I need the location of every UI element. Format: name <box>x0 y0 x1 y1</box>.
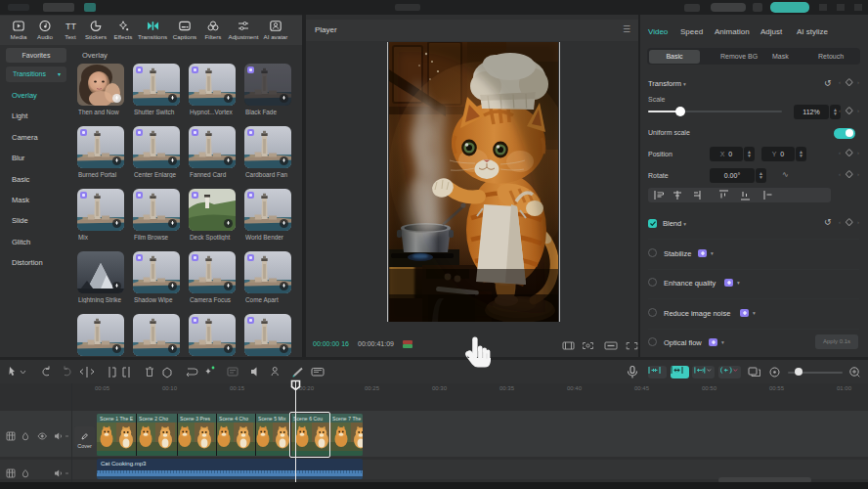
svg-text:TT: TT <box>65 22 76 31</box>
